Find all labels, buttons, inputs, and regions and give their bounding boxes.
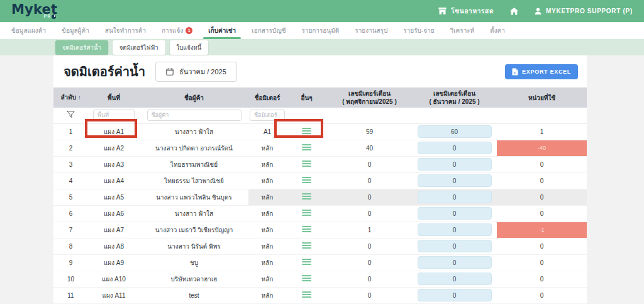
- cell-usage: 0: [497, 271, 587, 287]
- app-logo[interactable]: Myket PR: [11, 3, 57, 19]
- row-menu-icon[interactable]: [302, 223, 311, 235]
- cell-meter: หลัก: [248, 222, 286, 238]
- cell-order: 11: [53, 287, 88, 303]
- row-menu-icon[interactable]: [302, 174, 311, 186]
- nav-item-11[interactable]: ตั้งค่า: [490, 22, 505, 39]
- cell-vendor: ไทยธรรมพาณิชย์: [140, 156, 248, 172]
- cell-meter: หลัก: [248, 156, 286, 172]
- filter-input-3[interactable]: [250, 110, 285, 121]
- cell-order: 7: [53, 222, 88, 238]
- nav-item-label: รายงานสรุป: [355, 26, 387, 35]
- filter-cell-empty: [286, 108, 327, 123]
- nav-item-9[interactable]: รายรับ-จ่าย: [403, 22, 434, 39]
- row-menu-icon[interactable]: [302, 207, 311, 218]
- nav-item-label: รายรับ-จ่าย: [403, 26, 434, 35]
- cell-vendor: นางสาว เมธาวี วิเชียรปัญญา: [140, 222, 248, 238]
- cell-order: 10: [53, 271, 88, 287]
- subtab-1[interactable]: จดมิเตอร์ค่าน้ำ: [55, 40, 108, 55]
- column-sublabel: ( ธันวาคม / 2025 ): [413, 98, 496, 106]
- current-reading-input[interactable]: [418, 207, 492, 220]
- column-header-1[interactable]: ลำดับ↑: [53, 87, 88, 108]
- current-reading-input[interactable]: [418, 223, 492, 236]
- nav-item-6[interactable]: เอกสารบัญชี: [252, 22, 286, 39]
- nav-item-label: เก็บค่าเช่า: [208, 26, 236, 35]
- column-label: หน่วยที่ใช้: [528, 94, 555, 101]
- market-zone-button[interactable]: โซนอาหารสด: [438, 6, 494, 16]
- current-reading-input[interactable]: [418, 191, 492, 203]
- cell-usage: 0: [497, 205, 587, 222]
- table-header-row: ลำดับ↑พื้นที่ชื่อผู้ค้าชื่อมิเตอร์อื่นๆเ…: [53, 87, 587, 108]
- cell-prev-reading: 0: [327, 156, 412, 172]
- cell-usage: 0: [497, 156, 587, 172]
- month-picker-value: ธันวาคม / 2025: [179, 66, 226, 77]
- cell-menu: [286, 287, 327, 303]
- nav-item-3[interactable]: สนใจทำการค้า: [105, 22, 146, 39]
- notification-badge: 1: [186, 27, 192, 34]
- table-row-6: 6แผง A6นางสาว ฟ้าใสหลัก00: [53, 205, 587, 222]
- account-label: MYKETPRO SUPPORT (P): [546, 8, 633, 14]
- current-reading-input[interactable]: [418, 273, 492, 285]
- nav-item-2[interactable]: ข้อมูลผู้ค้า: [62, 22, 89, 39]
- cell-area: แผง A2: [88, 140, 140, 156]
- filter-input-2[interactable]: [147, 110, 242, 121]
- nav-item-4[interactable]: การแจ้ง1: [162, 22, 192, 39]
- cell-area: แผง A6: [88, 205, 140, 222]
- row-menu-icon[interactable]: [302, 256, 311, 267]
- cell-usage: 0: [497, 287, 587, 303]
- topbar-right: โซนอาหารสด MYKETPRO SUPPORT (P): [438, 6, 633, 16]
- filter-icon-cell: [53, 108, 88, 123]
- cell-menu: [286, 205, 327, 222]
- row-menu-icon[interactable]: [302, 273, 311, 284]
- cell-order: 5: [53, 189, 88, 205]
- row-menu-icon[interactable]: [302, 289, 311, 300]
- export-excel-button[interactable]: EXPORT EXCEL: [505, 64, 578, 79]
- nav-item-10[interactable]: วิเคราะห์: [450, 22, 475, 39]
- cell-meter: หลัก: [248, 189, 286, 205]
- row-menu-icon[interactable]: [302, 125, 311, 137]
- filter-cell-3: [248, 108, 286, 123]
- current-reading-input[interactable]: [418, 158, 492, 171]
- nav-item-label: วิเคราะห์: [450, 26, 475, 35]
- current-reading-input[interactable]: [418, 174, 492, 187]
- cell-current-reading: [412, 271, 497, 287]
- column-label: เลขมิเตอร์เดือน: [433, 90, 475, 97]
- cell-order: 3: [53, 156, 88, 172]
- account-button[interactable]: MYKETPRO SUPPORT (P): [535, 8, 633, 14]
- cell-vendor: นางสาว ฟ้าใส: [140, 205, 248, 222]
- funnel-filter-icon[interactable]: [67, 111, 75, 118]
- cell-menu: [286, 222, 327, 238]
- current-reading-input[interactable]: [418, 256, 492, 269]
- export-excel-label: EXPORT EXCEL: [522, 69, 571, 75]
- cell-menu: [286, 189, 327, 205]
- cell-current-reading: [412, 205, 497, 222]
- filter-input-1[interactable]: [93, 110, 135, 121]
- row-menu-icon[interactable]: [302, 240, 311, 251]
- current-reading-input[interactable]: [418, 142, 492, 154]
- cell-prev-reading: 40: [327, 140, 412, 156]
- filter-cell-empty: [327, 108, 412, 123]
- cell-usage: 0: [497, 172, 587, 189]
- cell-usage: 0: [497, 238, 587, 254]
- nav-item-label: ตั้งค่า: [490, 26, 505, 35]
- row-menu-icon[interactable]: [302, 142, 311, 153]
- table-row-9: 9แผง A9ชบูหลัก00: [53, 254, 587, 271]
- cell-meter: หลัก: [248, 205, 286, 222]
- nav-item-8[interactable]: รายงานสรุป: [355, 22, 387, 39]
- current-reading-input[interactable]: [418, 240, 492, 252]
- nav-item-1[interactable]: ข้อมูลแผงค้า: [11, 22, 46, 39]
- column-header-3: ชื่อผู้ค้า: [140, 87, 248, 108]
- month-picker-button[interactable]: ธันวาคม / 2025: [155, 62, 237, 82]
- current-reading-input[interactable]: [418, 125, 492, 138]
- row-menu-icon[interactable]: [302, 158, 311, 169]
- cell-usage: 0: [497, 254, 587, 271]
- subtab-3[interactable]: ใบแจ้งหนี้: [170, 40, 209, 55]
- cell-prev-reading: 0: [327, 189, 412, 205]
- row-menu-icon[interactable]: [302, 191, 311, 202]
- cell-menu: [286, 254, 327, 271]
- subtab-2[interactable]: จดมิเตอร์ไฟฟ้า: [113, 40, 165, 55]
- cell-area: แผง A11: [88, 287, 140, 303]
- home-button[interactable]: [510, 8, 518, 15]
- nav-item-5[interactable]: เก็บค่าเช่า: [208, 22, 236, 39]
- current-reading-input[interactable]: [418, 289, 492, 301]
- nav-item-7[interactable]: รายการอนุมัติ: [301, 22, 339, 39]
